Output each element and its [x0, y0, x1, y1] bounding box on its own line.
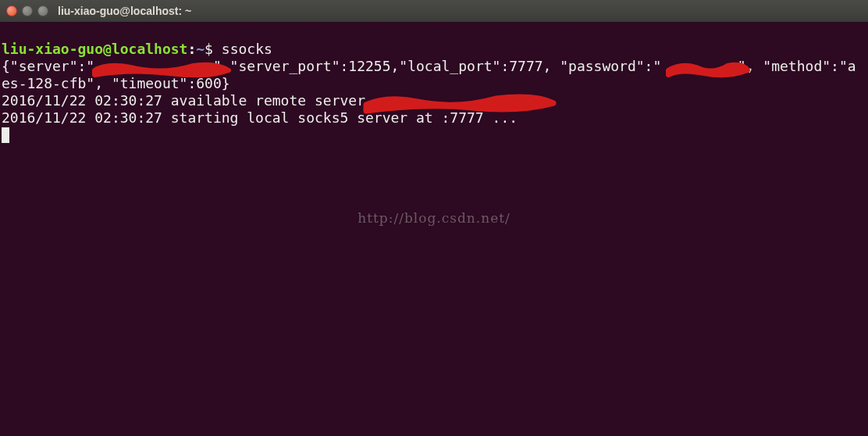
maximize-icon[interactable] [37, 5, 48, 16]
output-redacted-password [661, 58, 738, 74]
terminal-cursor [2, 127, 9, 143]
output-line-1b: ","server_port":12255,"local_port":7777,… [213, 58, 661, 74]
output-redacted-server [94, 58, 213, 74]
terminal-area[interactable]: liu-xiao-guo@localhost:~$ ssocks {"serve… [0, 22, 868, 214]
prompt-user-host: liu-xiao-guo@localhost [2, 41, 187, 57]
command-input: ssocks [222, 41, 272, 57]
output-line-2: es-128-cfb", "timeout":600} [2, 75, 230, 91]
prompt-symbol: $ [205, 41, 222, 57]
minimize-icon[interactable] [22, 5, 33, 16]
prompt-colon: : [187, 41, 196, 57]
window-title: liu-xiao-guo@localhost: ~ [58, 5, 191, 17]
output-line-4: 2016/11/22 02:30:27 starting local socks… [2, 109, 518, 126]
output-line-1c: ", "method":"a [738, 58, 856, 74]
output-redacted-remote [374, 92, 568, 109]
prompt-path: ~ [196, 41, 205, 57]
output-line-1a: {"server":" [2, 58, 94, 74]
output-line-3a: 2016/11/22 02:30:27 available remote ser… [2, 92, 374, 109]
window-titlebar: liu-xiao-guo@localhost: ~ [0, 0, 868, 22]
close-icon[interactable] [6, 5, 17, 16]
